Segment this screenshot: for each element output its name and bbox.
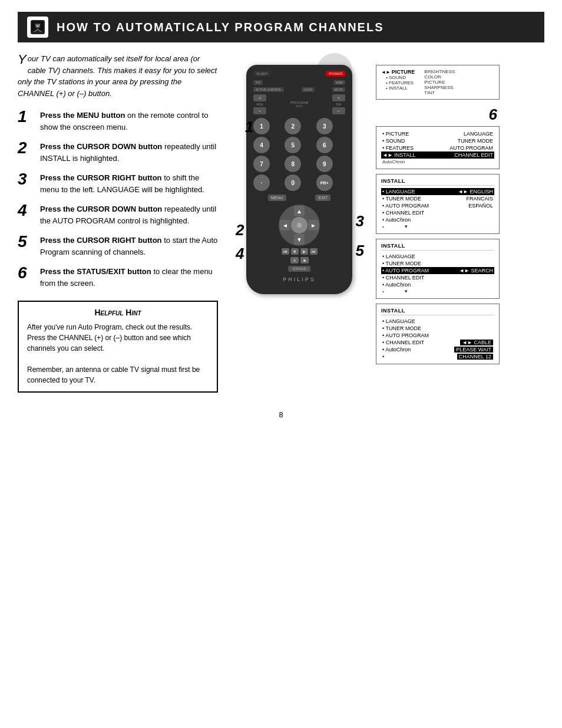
s5-please-wait: PLEASE WAIT bbox=[454, 347, 493, 353]
s2-sound-row: • SOUNDTUNER MODE bbox=[381, 137, 494, 144]
right-column: 1 2 3 4 5 SLEEP bbox=[229, 53, 544, 393]
page-header: How to Automatically Program Channels bbox=[18, 12, 544, 42]
record-button[interactable]: ⏺ bbox=[300, 257, 309, 263]
step-2-number: 2 bbox=[18, 140, 34, 156]
remote-area: 1 2 3 4 5 SLEEP bbox=[229, 53, 544, 364]
brand-label: PHILIPS bbox=[253, 276, 345, 282]
step-4-content: Press the CURSOR DOWN button repeatedly … bbox=[40, 203, 218, 226]
mute-button[interactable]: MUTE bbox=[332, 87, 345, 92]
step-label-4: 4 bbox=[236, 245, 244, 263]
status-row: STATUS bbox=[253, 266, 345, 272]
s4-tuner-row: • TUNER MODE bbox=[381, 260, 494, 267]
active-control-button[interactable]: ACTIVE CONTROL bbox=[253, 87, 284, 92]
s3-channel-row: • CHANNEL EDIT bbox=[381, 209, 494, 216]
num-dot-button[interactable]: · bbox=[253, 174, 270, 191]
step-1-bold: Press the MENU button bbox=[40, 111, 125, 120]
ch-minus[interactable]: − bbox=[332, 107, 345, 114]
step-label-5: 5 bbox=[356, 242, 364, 260]
s4-auto-row-highlighted: • AUTO PROGRAM◄► SEARCH bbox=[381, 267, 494, 274]
vbr-button[interactable]: VBR bbox=[333, 80, 345, 85]
prev-button[interactable]: ⏮ bbox=[282, 248, 289, 255]
s5-channel-num: CHANNEL 12 bbox=[457, 354, 493, 360]
hint-title: Helpful Hint bbox=[27, 308, 209, 317]
menu-button[interactable]: MENU bbox=[268, 195, 286, 201]
tv-button[interactable]: TV bbox=[253, 80, 263, 85]
s5-language-row: • LANGUAGE bbox=[381, 318, 494, 325]
next-button[interactable]: ⏭ bbox=[310, 248, 318, 255]
num-9-button[interactable]: 9 bbox=[316, 156, 333, 172]
left-column: Y our TV can automatically set itself fo… bbox=[18, 53, 218, 393]
num-0-button[interactable]: 0 bbox=[285, 174, 301, 191]
num-6-button[interactable]: 6 bbox=[316, 137, 333, 153]
screen-3-panel: INSTALL • LANGUAGE◄► ENGLISH • TUNER MOD… bbox=[376, 174, 500, 234]
vol-plus[interactable]: + bbox=[253, 94, 266, 101]
svg-point-3 bbox=[37, 25, 39, 27]
transport-row-2: ⏸ ⏺ bbox=[253, 257, 345, 263]
step-5-content: Press the CURSOR RIGHT button to start t… bbox=[40, 235, 218, 258]
power-button[interactable]: POWER bbox=[326, 71, 345, 77]
step-3-content: Press the CURSOR RIGHT button to shift t… bbox=[40, 172, 218, 195]
s2-features-row: • FEATURESAUTO PROGRAM bbox=[381, 144, 494, 151]
screen-4-panel: INSTALL • LANGUAGE • TUNER MODE • AUTO P… bbox=[376, 239, 500, 299]
vol-minus[interactable]: − bbox=[253, 107, 266, 114]
step-1: 1 Press the MENU button on the remote co… bbox=[18, 110, 218, 133]
s3-auto-row: • AUTO PROGRAMESPAÑOL bbox=[381, 202, 494, 209]
cursor-right-button[interactable]: ► bbox=[308, 220, 319, 230]
step-6-number: 6 bbox=[18, 265, 34, 281]
s2-install-row-highlighted: ◄► INSTALLCHANNEL EDIT bbox=[381, 151, 494, 159]
step-5-number: 5 bbox=[18, 233, 34, 250]
s4-autochron: • AutoChron bbox=[381, 281, 494, 288]
s5-title: INSTALL bbox=[381, 308, 494, 315]
s4-title: INSTALL bbox=[381, 243, 494, 251]
num-8-button[interactable]: 8 bbox=[285, 156, 301, 172]
cursor-up-button[interactable]: ▲ bbox=[294, 206, 305, 216]
s1-picture: PICTURE bbox=[392, 69, 415, 75]
screen-2-panel: • PICTURELANGUAGE • SOUNDTUNER MODE • FE… bbox=[376, 126, 500, 169]
step-4-bold: Press the CURSOR DOWN button bbox=[40, 205, 162, 213]
num-4-button[interactable]: 4 bbox=[253, 137, 270, 153]
num-1-button[interactable]: 1 bbox=[253, 118, 270, 134]
step-6: 6 Press the STATUS/EXIT button to clear … bbox=[18, 266, 218, 289]
s1-features: • FEATURES bbox=[381, 80, 415, 85]
steps-list: 1 Press the MENU button on the remote co… bbox=[18, 110, 218, 289]
screen-5-panel: INSTALL • LANGUAGE • TUNER MODE • AUTO P… bbox=[376, 304, 500, 364]
s3-tuner-row: • TUNER MODEFRANCAIS bbox=[381, 195, 494, 202]
step-label-2: 2 bbox=[236, 221, 244, 239]
screens-column: ◄► PICTURE • SOUND • FEATURES • INSTALL … bbox=[376, 53, 500, 364]
lock-button[interactable]: LOCK bbox=[302, 87, 315, 92]
main-layout: Y our TV can automatically set itself fo… bbox=[18, 53, 544, 393]
exit-button[interactable]: EXIT bbox=[315, 195, 330, 201]
cursor-dpad-area: ▲ ▼ ◄ ► bbox=[253, 205, 345, 246]
cursor-ok-button[interactable] bbox=[291, 217, 308, 233]
cursor-left-button[interactable]: ◄ bbox=[280, 220, 290, 230]
pr-plus-button[interactable]: PR+ bbox=[316, 174, 333, 191]
cursor-ring: ▲ ▼ ◄ ► bbox=[279, 205, 320, 246]
page-number: 8 bbox=[18, 410, 544, 419]
ch-plus[interactable]: + bbox=[332, 94, 345, 101]
step-2-bold: Press the CURSOR DOWN button bbox=[40, 142, 162, 151]
step-label-6-pos: 6 bbox=[489, 106, 497, 124]
step-1-content: Press the MENU button on the remote cont… bbox=[40, 110, 218, 133]
step-3: 3 Press the CURSOR RIGHT button to shift… bbox=[18, 172, 218, 195]
status-button[interactable]: STATUS bbox=[288, 266, 311, 272]
sleep-button[interactable]: SLEEP bbox=[253, 71, 270, 77]
transport-row: ⏮ ■ ▶ ⏭ bbox=[253, 248, 345, 255]
step-4: 4 Press the CURSOR DOWN button repeatedl… bbox=[18, 203, 218, 226]
helpful-hint-box: Helpful Hint After you've run Auto Progr… bbox=[18, 301, 218, 393]
step-1-number: 1 bbox=[18, 108, 34, 125]
num-7-button[interactable]: 7 bbox=[253, 156, 270, 172]
numpad: 1 2 3 4 5 6 7 8 9 · 0 PR+ bbox=[253, 118, 345, 191]
cursor-down-button[interactable]: ▼ bbox=[294, 234, 305, 245]
num-3-button[interactable]: 3 bbox=[316, 118, 333, 134]
step-5-bold: Press the CURSOR RIGHT button bbox=[40, 236, 162, 245]
stop-button[interactable]: ■ bbox=[291, 248, 299, 255]
step-2: 2 Press the CURSOR DOWN button repeatedl… bbox=[18, 141, 218, 164]
pause-button[interactable]: ⏸ bbox=[290, 257, 299, 263]
step-3-number: 3 bbox=[18, 171, 34, 187]
num-5-button[interactable]: 5 bbox=[285, 137, 301, 153]
play-button[interactable]: ▶ bbox=[300, 248, 308, 255]
step-6-bold: Press the STATUS/EXIT button bbox=[40, 267, 151, 276]
s1-sound: • SOUND bbox=[381, 75, 415, 80]
s5-cable-value: ◄► CABLE bbox=[460, 340, 493, 345]
num-2-button[interactable]: 2 bbox=[285, 118, 301, 134]
